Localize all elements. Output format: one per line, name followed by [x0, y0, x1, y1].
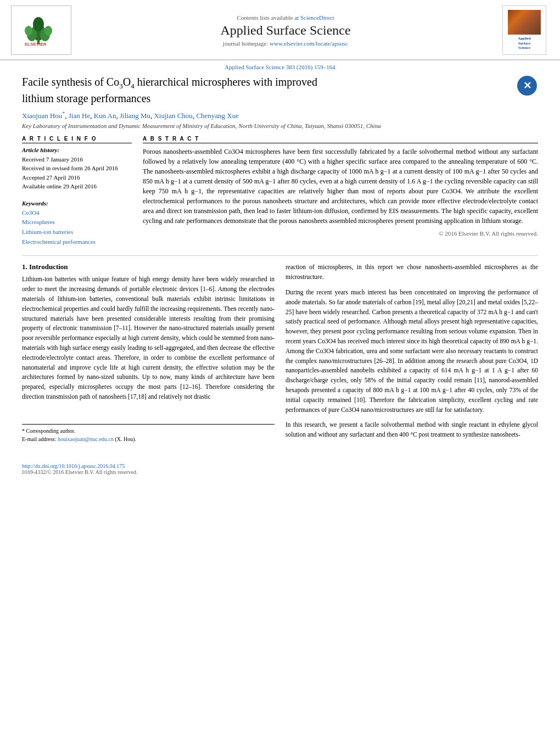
author-xiaojuan[interactable]: Xiaojuan Hou [22, 111, 62, 120]
corresponding-author: * Corresponding author. [22, 427, 275, 435]
intro-right-text-1: reaction of microspheres, in this report… [285, 263, 538, 282]
crossmark[interactable]: ✕ [516, 75, 538, 97]
sciencedirect-link[interactable]: ScienceDirect [300, 14, 334, 21]
journal-logo-box: AppliedSurfaceScience [502, 5, 546, 55]
body-right-col: reaction of microspheres, in this report… [285, 263, 538, 475]
doi-link[interactable]: http://dx.doi.org/10.1016/j.apsusc.2016.… [22, 463, 275, 469]
email-suffix: (X. Hou). [115, 436, 136, 442]
affiliation-line: Key Laboratory of Instrumentation and Dy… [22, 122, 538, 129]
article-meta-line: Applied Surface Science 383 (2016) 159–1… [0, 64, 560, 70]
intro-left-text: Lithium-ion batteries with unique featur… [22, 275, 275, 402]
intro-right-text-3: In this research, we present a facile so… [285, 420, 538, 440]
title-text-part2: O [123, 76, 131, 88]
body-left-col: 1. Introduction Lithium-ion batteries wi… [22, 263, 275, 475]
article-title: Facile synthesis of Co3O4 hierarchical m… [22, 75, 511, 106]
accepted-date: Accepted 27 April 2016 [22, 173, 132, 182]
body-content: 1. Introduction Lithium-ion batteries wi… [22, 263, 538, 475]
email-line: E-mail address: houixaojuan@nuc.edu.cn (… [22, 435, 275, 443]
article-info-title: A R T I C L E I N F O [22, 136, 132, 143]
page: ELSEVIER Contents lists available at Sci… [0, 0, 560, 742]
homepage-prefix: journal homepage: [223, 40, 270, 47]
introduction-heading: 1. Introduction [22, 263, 275, 271]
article-info-col: A R T I C L E I N F O Article history: R… [22, 136, 132, 247]
journal-cover-image [508, 10, 541, 35]
received-revised-date: Received in revised form 26 April 2016 [22, 164, 132, 173]
svg-point-4 [25, 26, 32, 36]
email-label: E-mail address: [22, 436, 58, 442]
title-section: Facile synthesis of Co3O4 hierarchical m… [22, 75, 538, 106]
title-line2: lithium storage performances [22, 92, 150, 104]
info-abstract-section: A R T I C L E I N F O Article history: R… [22, 136, 538, 247]
keyword-4: Electrochemical performances [22, 237, 132, 247]
abstract-text: Porous nanosheets-assembled Co3O4 micros… [143, 147, 538, 226]
homepage-link[interactable]: www.elsevier.com/locate/apsusc [270, 40, 348, 47]
keywords-list: Co3O4 Microspheres Lithium-ion batteries… [22, 208, 132, 247]
email-link[interactable]: houixaojuan@nuc.edu.cn [58, 436, 114, 442]
journal-center-info: Contents lists available at ScienceDirec… [77, 5, 494, 55]
sciencedirect-line: Contents lists available at ScienceDirec… [237, 14, 334, 21]
issn-line: 0169-4332/© 2016 Elsevier B.V. All right… [22, 469, 275, 475]
sciencedirect-prefix: Contents lists available at [237, 14, 300, 21]
journal-name: Applied Surface Science [220, 23, 350, 38]
keyword-3: Lithium-ion batteries [22, 227, 132, 237]
section-divider [22, 255, 538, 256]
article-meta-text: Applied Surface Science 383 (2016) 159–1… [225, 64, 335, 70]
abstract-body: Porous nanosheets-assembled Co3O4 micros… [143, 148, 538, 225]
main-content: Facile synthesis of Co3O4 hierarchical m… [0, 75, 560, 475]
authors-line: Xiaojuan Hou*, Jian He, Kun An, Jiliang … [22, 110, 538, 120]
journal-logo-label: AppliedSurfaceScience [518, 36, 531, 50]
keyword-1: Co3O4 [22, 208, 132, 218]
received-date: Received 7 January 2016 [22, 155, 132, 164]
author-jian[interactable]: Jian He [69, 111, 90, 120]
keyword-2: Microspheres [22, 217, 132, 227]
elsevier-logo: ELSEVIER [11, 5, 71, 55]
journal-header: ELSEVIER Contents lists available at Sci… [0, 0, 560, 60]
author-xiujian[interactable]: Xiujian Chou [154, 111, 192, 120]
crossmark-icon: ✕ [517, 76, 537, 96]
svg-point-6 [33, 17, 44, 31]
svg-point-5 [44, 26, 52, 36]
journal-logo-right: AppliedSurfaceScience [500, 5, 549, 55]
corresponding-label: * Corresponding author. [22, 428, 75, 434]
abstract-title: A B S T R A C T [143, 136, 538, 143]
copyright-line: © 2016 Elsevier B.V. All rights reserved… [143, 230, 538, 237]
available-date: Available online 29 April 2016 [22, 182, 132, 191]
title-text-part3: hierarchical microspheres with improved [135, 76, 317, 88]
author-kun[interactable]: Kun An [94, 111, 116, 120]
author-chenyang[interactable]: Chenyang Xue [196, 111, 239, 120]
author-jiliang[interactable]: Jiliang Mu [120, 111, 150, 120]
journal-homepage-line: journal homepage: www.elsevier.com/locat… [223, 40, 348, 47]
keywords-label: Keywords: [22, 200, 132, 207]
title-text-part1: Facile synthesis of Co [22, 76, 119, 88]
abstract-col: A B S T R A C T Porous nanosheets-assemb… [143, 136, 538, 247]
intro-right-text-2: During the recent years much interest ha… [285, 288, 538, 415]
section-title-text: Introduction [29, 263, 68, 271]
section-number: 1. [22, 263, 27, 271]
footnote-area: * Corresponding author. E-mail address: … [22, 424, 275, 475]
history-label: Article history: [22, 147, 132, 153]
svg-text:ELSEVIER: ELSEVIER [25, 42, 47, 46]
